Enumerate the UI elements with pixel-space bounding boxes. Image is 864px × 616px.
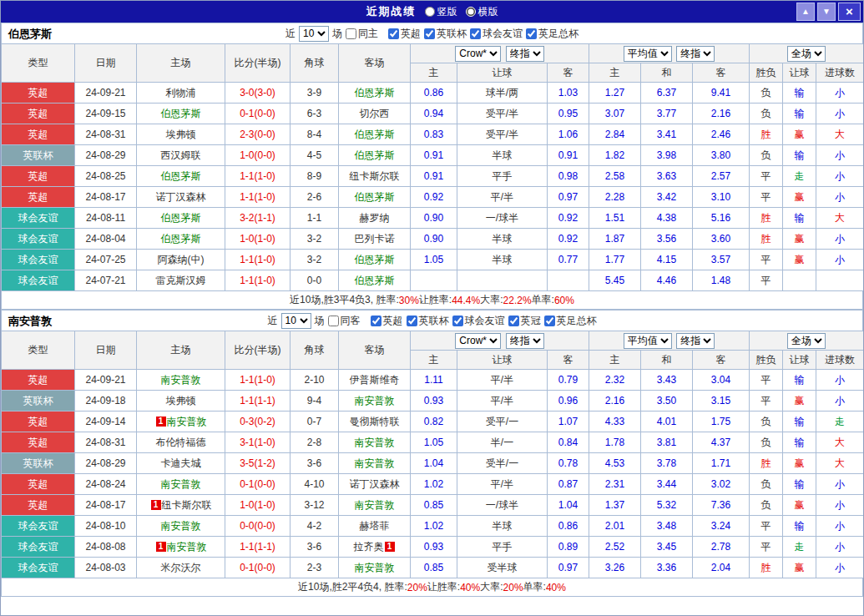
league-filter[interactable]: 球会友谊 [470, 27, 523, 41]
col-header-goals: 进球数 [816, 351, 864, 370]
league-filter-checkbox[interactable] [470, 28, 481, 39]
match-date-cell: 24-08-11 [75, 208, 137, 229]
corner-cell: 6-3 [291, 104, 339, 124]
score-cell: 1-1(1-0) [225, 187, 291, 208]
summary-segment: 30% [399, 295, 419, 306]
same-side-checkbox[interactable] [346, 28, 356, 39]
odds-source-select[interactable]: Crow* [455, 46, 501, 62]
crow-home-odds-cell: 0.85 [411, 558, 457, 578]
avg-stage-select[interactable]: 终指 [676, 333, 715, 349]
corner-cell: 8-4 [291, 124, 339, 145]
score-cell: 3-0(3-0) [225, 83, 291, 104]
avg-stage-select[interactable]: 终指 [676, 46, 715, 62]
home-team-cell: 埃弗顿 [137, 391, 225, 412]
league-filter[interactable]: 英超 [371, 314, 403, 328]
wdl-result-cell: 负 [750, 432, 783, 453]
score-cell: 1-1(1-1) [225, 391, 291, 412]
corner-cell: 3-12 [291, 495, 339, 516]
col-header-avg-away: 客 [693, 351, 750, 370]
summary-segment: 大率: [480, 580, 503, 594]
home-team-name: 诺丁汉森林 [156, 191, 206, 203]
home-team-cell: 雷克斯汉姆 [137, 270, 225, 291]
league-filter[interactable]: 英联杯 [407, 314, 449, 328]
league-filter-checkbox[interactable] [508, 316, 519, 326]
away-team-cell: 伯恩茅斯 [339, 270, 411, 291]
close-button[interactable]: × [838, 3, 861, 21]
match-row: 球会友谊24-08-11伯恩茅斯3-2(1-1)1-1赫罗纳0.90一/球半0.… [2, 208, 864, 229]
league-filter-checkbox[interactable] [452, 316, 463, 326]
match-row: 英超24-09-141南安普敦0-3(0-2)0-7曼彻斯特联0.82受平/一1… [2, 412, 864, 432]
move-up-button[interactable]: ▲ [796, 3, 815, 21]
league-filter-checkbox[interactable] [407, 316, 417, 326]
league-filter[interactable]: 英冠 [508, 314, 541, 328]
home-team-name: 南安普敦 [161, 478, 201, 490]
crow-handicap-cell: 一/球半 [457, 495, 548, 516]
same-side-filter[interactable]: 同主 [346, 27, 378, 41]
crow-away-odds-cell: 1.04 [548, 495, 589, 516]
crow-away-odds-cell: 0.79 [548, 370, 589, 391]
odds-source-select[interactable]: Crow* [455, 333, 501, 349]
league-type-cell: 英超 [2, 83, 75, 104]
league-filter[interactable]: 英超 [388, 27, 421, 41]
result-scope-select[interactable]: 全场 [787, 46, 826, 62]
league-filter-checkbox[interactable] [424, 28, 435, 39]
corner-cell: 3-6 [291, 537, 339, 558]
avg-away-odds-cell: 3.80 [693, 145, 750, 166]
avg-home-odds-cell: 4.53 [589, 453, 641, 474]
match-row: 英联杯24-08-29西汉姆联1-0(0-0)4-5伯恩茅斯0.91半球0.91… [2, 145, 864, 166]
layout-radio-horizontal[interactable]: 横版 [466, 5, 498, 19]
move-down-button[interactable]: ▼ [817, 3, 836, 21]
league-filter-checkbox[interactable] [371, 316, 381, 326]
crow-away-odds-cell: 0.97 [548, 558, 589, 578]
recent-count-select[interactable]: 10 [299, 26, 329, 42]
avg-away-odds-cell: 1.71 [693, 453, 750, 474]
crow-handicap-cell: 平/半 [457, 370, 548, 391]
league-filter-checkbox[interactable] [388, 28, 399, 39]
summary-segment: 单率: [523, 580, 546, 594]
odds-stage-select[interactable]: 终指 [506, 333, 544, 349]
avg-home-odds-cell: 4.33 [589, 412, 641, 432]
avg-source-select[interactable]: 平均值 [624, 46, 672, 62]
home-team-name: 伯恩茅斯 [161, 170, 201, 182]
home-team-cell: 布伦特福德 [137, 432, 225, 453]
result-scope-select[interactable]: 全场 [787, 333, 826, 349]
avg-source-select[interactable]: 平均值 [624, 333, 672, 349]
league-filter[interactable]: 英足总杯 [544, 314, 597, 328]
results-body: 英超24-09-21利物浦3-0(3-0)3-9伯恩茅斯0.86球半/两1.03… [2, 83, 864, 291]
league-type-cell: 英超 [2, 370, 75, 391]
league-filter-label: 球会友谊 [483, 27, 523, 41]
league-filter[interactable]: 英联杯 [424, 27, 467, 41]
goals-result-cell: 大 [816, 453, 864, 474]
col-header-avg-home: 主 [589, 351, 641, 370]
layout-radio-vertical-input[interactable] [425, 7, 435, 17]
same-side-checkbox[interactable] [328, 316, 339, 326]
league-filter[interactable]: 英足总杯 [526, 27, 579, 41]
handicap-result-cell: 赢 [783, 391, 816, 412]
team-section: 南安普敦 近 10 场 同客 英超英联杯球会友谊英冠英足总杯 类型 [1, 310, 863, 597]
home-team-cell: 阿森纳(中) [137, 250, 225, 270]
crow-handicap-cell: 一/球半 [457, 208, 548, 229]
league-type-cell: 英联杯 [2, 453, 75, 474]
league-type-cell: 英超 [2, 495, 75, 516]
avg-home-odds-cell: 2.16 [589, 391, 641, 412]
corner-cell: 4-2 [291, 516, 339, 537]
layout-radio-horizontal-input[interactable] [466, 7, 476, 17]
league-filter[interactable]: 球会友谊 [452, 314, 505, 328]
score-cell: 3-5(1-2) [225, 453, 291, 474]
away-team-cell: 纽卡斯尔联 [339, 166, 411, 187]
avg-home-odds-cell: 2.58 [589, 166, 641, 187]
odds-stage-select[interactable]: 终指 [506, 46, 544, 62]
league-type-cell: 球会友谊 [2, 250, 75, 270]
league-filter-checkbox[interactable] [526, 28, 537, 39]
avg-home-odds-cell: 1.51 [589, 208, 641, 229]
score-cell: 1-0(1-0) [225, 229, 291, 250]
same-side-filter[interactable]: 同客 [328, 314, 361, 328]
layout-radio-vertical[interactable]: 竖版 [425, 5, 457, 19]
away-team-cell: 伯恩茅斯 [339, 145, 411, 166]
avg-home-odds-cell: 1.78 [589, 432, 641, 453]
avg-away-odds-cell: 1.75 [693, 412, 750, 432]
recent-count-select[interactable]: 10 [281, 313, 311, 329]
league-filter-checkbox[interactable] [544, 316, 555, 326]
avg-draw-odds-cell: 3.77 [641, 104, 693, 124]
goals-result-cell: 小 [816, 370, 864, 391]
